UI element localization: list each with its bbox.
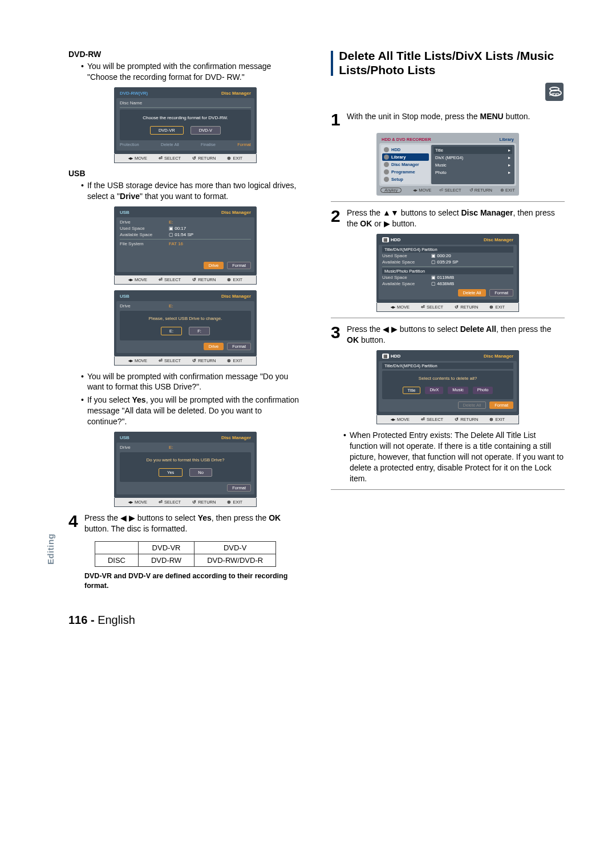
step-1: 1 With the unit in Stop mode, press the …	[331, 111, 565, 128]
table-footnote: DVD-VR and DVD-V are defined according t…	[68, 571, 302, 591]
format-button[interactable]: Format	[489, 289, 513, 297]
yes-button[interactable]: Yes	[159, 468, 183, 477]
screenshot-library: HDD & DVD RECORDERLibrary HDD Library Di…	[376, 133, 519, 196]
hdd-icon	[384, 147, 389, 152]
step-2: 2 Press the ▲▼ buttons to select Disc Ma…	[331, 208, 565, 229]
step-number-4: 4	[68, 513, 81, 530]
anykey-icon: Anykey	[380, 188, 402, 193]
delete-all-button-disabled: Delete All	[458, 401, 487, 409]
dvd-rw-bullet: You will be prompted with the confirmati…	[68, 61, 302, 83]
usb-bullet-3: If you select Yes, you will be prompted …	[68, 395, 302, 427]
right-column: Delete All Title Lists/DivX Lists /Music…	[331, 48, 565, 591]
screenshot-disc-manager: ▦HDDDisc Manager Title/DivX(MPEG4) Parti…	[376, 234, 519, 312]
delete-title-option[interactable]: Title	[403, 387, 421, 394]
format-button[interactable]: Format	[489, 401, 513, 409]
section-tab: Editing	[46, 534, 55, 565]
delete-music-option[interactable]: Music	[448, 387, 468, 394]
delete-divx-option[interactable]: DivX	[425, 387, 443, 394]
hdd-icon: HDD	[545, 83, 564, 101]
step-4: 4 Press the ◀ ▶ buttons to select Yes, t…	[68, 513, 302, 534]
screenshot-dvdrw-format: DVD-RW(VR)Disc Manager Disc Name Choose …	[114, 87, 257, 163]
screenshot-delete-all-select: ▦HDDDisc Manager Title/DivX(MPEG4) Parti…	[376, 350, 519, 424]
section-heading: Delete All Title Lists/DivX Lists /Music…	[331, 48, 565, 77]
screenshot-usb-select-drive: USBDisc Manager DriveE: Please, select U…	[114, 290, 257, 366]
protected-entry-note: When Protected Entry exists: The Delete …	[331, 430, 565, 484]
setup-icon	[384, 177, 389, 182]
dvd-vr-option[interactable]: DVD-VR	[150, 126, 184, 135]
screenshot-usb-format-confirm: USBDisc Manager DriveE: Do you want to f…	[114, 432, 257, 507]
page-footer: 116 - English	[68, 614, 565, 627]
usb-bullet-1: If the USB storage device has more than …	[68, 180, 302, 202]
no-button[interactable]: No	[189, 468, 212, 477]
delete-photo-option[interactable]: Photo	[473, 387, 493, 394]
format-button[interactable]: Format	[227, 484, 251, 492]
library-icon	[384, 155, 389, 160]
usb-heading: USB	[68, 169, 302, 178]
drive-f-option[interactable]: F:	[189, 327, 210, 335]
left-column: DVD-RW You will be prompted with the con…	[68, 48, 302, 591]
drive-button[interactable]: Drive	[204, 262, 224, 269]
programme-icon	[384, 169, 389, 175]
delete-all-button[interactable]: Delete All	[458, 289, 487, 297]
accent-bar	[331, 51, 333, 76]
dvd-rw-heading: DVD-RW	[68, 50, 302, 59]
osd-footer: ◂▸MOVE ⏎SELECT ↺RETURN ⊗EXIT	[114, 154, 257, 163]
format-button[interactable]: Format	[227, 343, 251, 350]
disc-manager-icon	[384, 162, 389, 167]
screenshot-usb-info: USBDisc Manager DriveE: Used Space▣ 00:1…	[114, 206, 257, 285]
usb-bullet-2: You will be prompted with confirmation m…	[68, 371, 302, 393]
drive-button[interactable]: Drive	[204, 343, 224, 350]
format-table: DVD-VRDVD-V DISCDVD-RWDVD-RW/DVD-R	[95, 541, 276, 567]
step-3: 3 Press the ◀ ▶ buttons to select Delete…	[331, 324, 565, 346]
dvd-v-option[interactable]: DVD-V	[191, 126, 221, 135]
drive-e-option[interactable]: E:	[161, 327, 182, 335]
format-button[interactable]: Format	[227, 262, 251, 269]
